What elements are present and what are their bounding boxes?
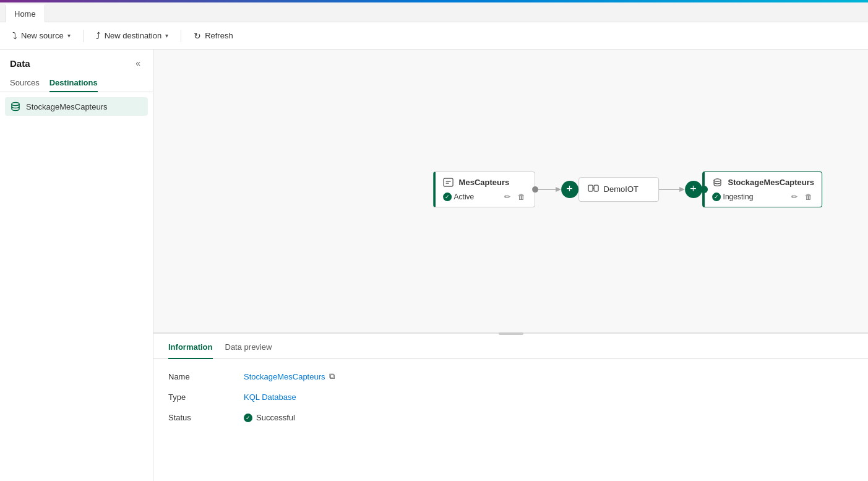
source-node: MesCapteurs Active ✏ 🗑 xyxy=(433,171,535,207)
sidebar: Data « Sources Destinations Stockage xyxy=(0,50,153,481)
dest-status: Ingesting xyxy=(712,193,754,201)
status-value-container: Successful xyxy=(244,413,295,422)
new-source-label: New source xyxy=(21,31,64,40)
sidebar-item-stockage[interactable]: StockageMesCapteurs xyxy=(5,97,148,116)
svg-rect-4 xyxy=(594,185,598,191)
source-status-label: Active xyxy=(454,193,475,201)
type-label: Type xyxy=(168,392,224,402)
refresh-button[interactable]: ↻ Refresh xyxy=(186,27,241,45)
sidebar-header: Data « xyxy=(0,50,153,74)
refresh-label: Refresh xyxy=(205,31,233,40)
new-source-chevron: ▾ xyxy=(67,32,71,39)
add-button-1[interactable]: + xyxy=(561,181,578,198)
sidebar-items: StockageMesCapteurs xyxy=(0,92,153,121)
svg-point-6 xyxy=(714,179,721,181)
new-destination-chevron: ▾ xyxy=(165,32,168,39)
svg-marker-5 xyxy=(679,187,685,192)
tab-bar: Home xyxy=(0,2,868,22)
toolbar-separator-2 xyxy=(181,30,181,42)
source-node-title: MesCapteurs xyxy=(459,178,510,187)
dest-node: StockageMesCapteurs Ingesting ✏ 🗑 xyxy=(702,171,822,207)
source-status: Active xyxy=(443,193,475,201)
toolbar-separator-1 xyxy=(83,30,84,42)
name-label: Name xyxy=(168,372,224,381)
svg-marker-2 xyxy=(556,187,561,192)
connector-1: + xyxy=(535,180,578,199)
transform-node-title: DemoIOT xyxy=(604,184,638,194)
source-actions: ✏ 🗑 xyxy=(502,192,527,202)
tab-home[interactable]: Home xyxy=(5,4,45,22)
sidebar-tabs: Sources Destinations xyxy=(0,74,153,92)
copy-icon[interactable]: ⧉ xyxy=(329,371,335,381)
type-value: KQL Database xyxy=(244,392,296,402)
sidebar-tab-destinations[interactable]: Destinations xyxy=(49,74,98,92)
source-icon xyxy=(443,177,454,188)
tab-data-preview[interactable]: Data preview xyxy=(225,336,272,359)
bottom-tabs: Information Data preview xyxy=(153,336,868,359)
new-destination-label: New destination xyxy=(105,31,162,40)
new-source-icon: ⤵ xyxy=(12,30,17,41)
collapse-button[interactable]: « xyxy=(133,57,143,69)
add-button-2[interactable]: + xyxy=(685,181,702,198)
dest-node-title: StockageMesCapteurs xyxy=(728,178,814,187)
svg-rect-1 xyxy=(444,178,453,186)
dest-delete-button[interactable]: 🗑 xyxy=(803,192,814,202)
tab-information[interactable]: Information xyxy=(168,336,213,359)
sidebar-title: Data xyxy=(10,58,30,69)
source-connector-right xyxy=(532,186,538,193)
canvas-area: MesCapteurs Active ✏ 🗑 xyxy=(153,50,868,481)
new-destination-button[interactable]: ⤴ New destination ▾ xyxy=(88,27,176,45)
status-check-icon xyxy=(244,414,252,422)
svg-point-0 xyxy=(12,103,19,106)
dest-node-footer: Ingesting ✏ 🗑 xyxy=(705,191,822,207)
dest-node-header: StockageMesCapteurs xyxy=(705,172,822,191)
name-value: StockageMesCapteurs xyxy=(244,372,325,381)
sidebar-item-label: StockageMesCapteurs xyxy=(26,102,108,111)
new-destination-icon: ⤴ xyxy=(96,30,101,41)
refresh-icon: ↻ xyxy=(194,31,201,41)
info-row-type: Type KQL Database xyxy=(168,392,853,402)
status-label: Status xyxy=(168,413,224,422)
source-delete-button[interactable]: 🗑 xyxy=(516,192,527,202)
source-edit-button[interactable]: ✏ xyxy=(502,192,512,202)
toolbar: ⤵ New source ▾ ⤴ New destination ▾ ↻ Ref… xyxy=(0,22,868,50)
status-value: Successful xyxy=(256,413,295,422)
name-value-container: StockageMesCapteurs ⧉ xyxy=(244,371,335,381)
source-status-dot xyxy=(443,193,452,201)
source-node-header: MesCapteurs xyxy=(436,172,535,191)
canvas-top: MesCapteurs Active ✏ 🗑 xyxy=(153,50,868,332)
svg-rect-3 xyxy=(588,185,593,191)
main-layout: Data « Sources Destinations Stockage xyxy=(0,50,868,481)
transform-icon xyxy=(588,183,599,196)
source-node-footer: Active ✏ 🗑 xyxy=(436,191,535,207)
type-value-container: KQL Database xyxy=(244,392,296,402)
dest-status-dot xyxy=(712,193,721,201)
dest-actions: ✏ 🗑 xyxy=(789,192,814,202)
sidebar-tab-sources[interactable]: Sources xyxy=(10,74,40,92)
new-source-button[interactable]: ⤵ New source ▾ xyxy=(5,27,78,45)
bottom-panel: Information Data preview Name StockageMe… xyxy=(153,332,868,481)
divider-handle[interactable] xyxy=(499,332,523,335)
db-icon xyxy=(10,101,21,112)
pipeline-container: MesCapteurs Active ✏ 🗑 xyxy=(433,171,822,207)
dest-icon xyxy=(712,177,723,188)
dest-status-label: Ingesting xyxy=(723,193,754,201)
connector-2: + xyxy=(659,180,702,199)
tab-home-label: Home xyxy=(14,9,36,19)
transform-node: DemoIOT xyxy=(578,177,659,202)
info-table: Name StockageMesCapteurs ⧉ Type KQL Data… xyxy=(153,359,868,435)
info-row-status: Status Successful xyxy=(168,413,853,422)
dest-edit-button[interactable]: ✏ xyxy=(789,192,799,202)
info-row-name: Name StockageMesCapteurs ⧉ xyxy=(168,371,853,381)
